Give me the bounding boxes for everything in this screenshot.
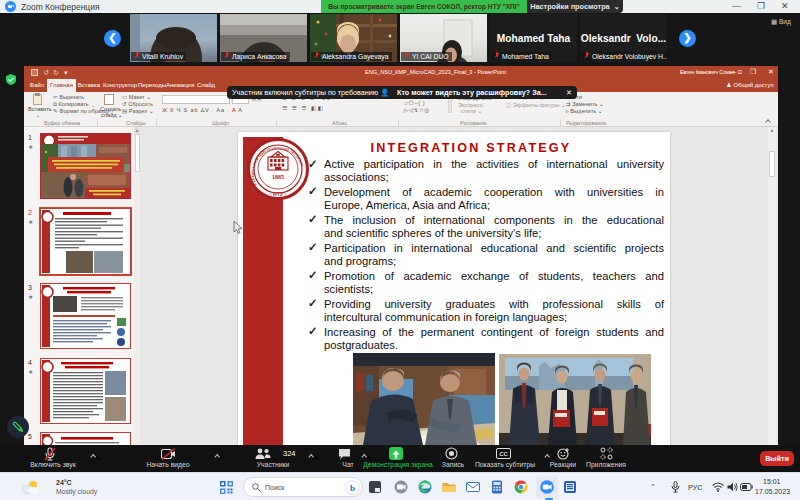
- svg-text:1885: 1885: [272, 174, 284, 180]
- svg-text:▫ НТУ ▫: ▫ НТУ ▫: [270, 191, 287, 197]
